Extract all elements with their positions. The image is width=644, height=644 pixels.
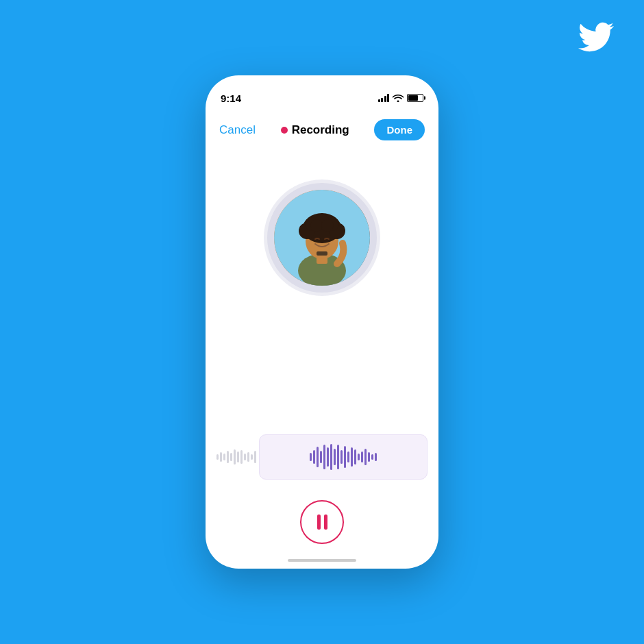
pause-bar-left [317,515,321,530]
waveform-section [206,434,438,480]
wifi-icon [393,94,404,102]
done-button[interactable]: Done [374,119,425,140]
waveform-bars [310,443,377,471]
pause-button[interactable] [300,500,344,544]
cancel-button[interactable]: Cancel [219,123,256,137]
nav-bar: Cancel Recording Done [206,111,438,149]
waveform-box [259,434,428,480]
avatar-container [267,183,377,293]
recording-label: Recording [292,123,349,137]
content-area [206,149,438,569]
pause-bar-right [324,515,327,530]
svg-rect-12 [317,251,327,256]
home-indicator [288,559,356,562]
battery-icon [407,94,423,102]
twitter-logo [578,19,614,55]
pause-icon [317,515,327,530]
recording-indicator [281,127,288,134]
status-icons [378,94,424,102]
status-time: 9:14 [221,92,241,104]
avatar [274,190,370,286]
recording-status: Recording [281,123,349,137]
waveform-faded [216,449,259,465]
svg-point-11 [321,219,334,232]
phone-frame: 9:14 Cancel Recording Done [206,75,438,569]
pause-button-container [300,500,344,544]
status-bar: 9:14 [206,75,438,111]
signal-icon [378,94,390,102]
waveform-outer [216,434,428,480]
avatar-ring [267,183,377,293]
svg-point-10 [310,219,323,232]
